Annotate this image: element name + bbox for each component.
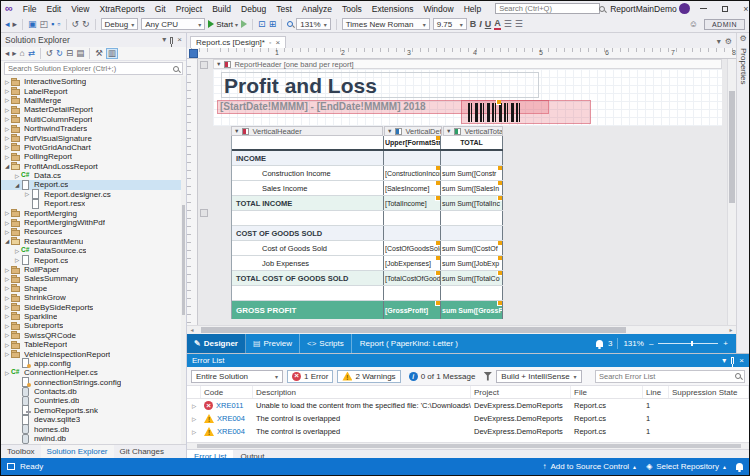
expander-icon[interactable]: ▷ [3, 229, 11, 235]
row-detail-cell[interactable]: [TotalIncome] [384, 196, 441, 210]
menu-item[interactable]: Git [151, 3, 170, 15]
table-row[interactable] [232, 211, 503, 226]
tree-item[interactable]: Report.resx [1, 199, 186, 208]
maximize-button[interactable] [718, 3, 732, 14]
column-line[interactable]: Line [643, 386, 669, 398]
align-left-icon[interactable]: ☰ [504, 20, 512, 29]
row-label-cell[interactable]: COST OF GOODS SOLD [232, 226, 384, 240]
tree-item[interactable]: ▷ TableReport [1, 340, 186, 349]
tree-item[interactable]: ▷ SwissQRCode [1, 331, 186, 340]
band-collapse-icon[interactable]: ▼ [216, 61, 221, 67]
row-detail-cell[interactable] [384, 211, 441, 225]
italic-icon[interactable]: I [479, 19, 482, 29]
zoom-slider[interactable] [658, 343, 718, 344]
row-total-cell[interactable]: TOTAL [441, 136, 503, 149]
tree-item[interactable]: connectionStrings.config [1, 378, 186, 387]
row-label-cell[interactable]: TOTAL COST OF GOODS SOLD [232, 271, 384, 285]
align-center-icon[interactable]: ☰ [515, 20, 523, 29]
smart-tag[interactable] [435, 136, 440, 141]
row-label-cell[interactable] [232, 136, 384, 149]
expander-icon[interactable]: ▷ [3, 107, 11, 113]
tree-item[interactable]: ▷ PdfVisualSignature [1, 133, 186, 142]
expander-icon[interactable]: ◢ [3, 238, 11, 244]
error-row[interactable]: ▷ XRE004 The control is overlapped DevEx… [187, 425, 749, 438]
row-total-cell[interactable]: sum Sum([TotalCo [441, 271, 503, 285]
row-detail-cell[interactable] [384, 286, 441, 300]
font-size-dropdown[interactable]: 9.75▾ [433, 18, 467, 30]
row-total-cell[interactable]: sum Sum([Constr [441, 166, 503, 180]
band-collapse-marker[interactable] [200, 61, 208, 69]
expander-icon[interactable]: ▷ [3, 154, 11, 160]
tree-item[interactable]: ▷ Report.designer.cs [1, 190, 186, 199]
menu-item[interactable]: View [67, 3, 93, 15]
tree-item[interactable]: ▷ RollPaper [1, 265, 186, 274]
user-avatar[interactable] [679, 3, 690, 14]
menu-item[interactable]: Tools [338, 3, 366, 15]
expander-icon[interactable]: ▷ [3, 285, 11, 291]
window-position-icon[interactable]: ▾ [722, 357, 726, 365]
solution-explorer-search-input[interactable] [8, 64, 173, 73]
smart-tag[interactable] [496, 100, 501, 105]
band-collapse-icon[interactable]: ▼ [234, 128, 239, 134]
tree-item[interactable]: ▷ MasterDetailReport [1, 105, 186, 114]
expander-icon[interactable]: ▷ [3, 295, 11, 301]
row-detail-cell[interactable]: [CostOfGoodsSold [384, 241, 441, 255]
build-intellisense-dropdown[interactable]: Build + IntelliSense▾ [496, 370, 581, 383]
row-detail-cell[interactable]: [SalesIncome] [384, 181, 441, 195]
expander-icon[interactable]: ▷ [3, 313, 11, 319]
close-panel-icon[interactable]: × [177, 36, 182, 44]
collapse-all-icon[interactable]: ⊟ [66, 49, 73, 58]
smart-tag[interactable] [435, 256, 440, 261]
expander-icon[interactable]: ▷ [3, 97, 11, 103]
tree-item[interactable]: app.config [1, 359, 186, 368]
band-collapse-marker[interactable] [200, 209, 208, 217]
tree-item[interactable]: ▷ Resources [1, 227, 186, 236]
quick-search-input[interactable] [499, 4, 596, 13]
menu-item[interactable]: File [19, 3, 41, 15]
designer-vertical-scrollbar[interactable] [727, 59, 736, 325]
vertical-band-strip[interactable]: ▼ VerticalHeader [231, 126, 383, 136]
smart-tag[interactable] [435, 241, 440, 246]
scope-dropdown[interactable]: Entire Solution▾ [191, 370, 283, 383]
menu-item[interactable]: Build [208, 3, 235, 15]
sync-with-active-document-icon[interactable]: ↺ [46, 49, 53, 58]
row-total-cell[interactable] [441, 211, 503, 225]
row-total-cell[interactable]: sum Sum([SalesIn [441, 181, 503, 195]
admin-button[interactable]: ADMIN [704, 19, 745, 30]
expander-icon[interactable]: ▷ [3, 220, 11, 226]
menu-item[interactable]: Test [272, 3, 296, 15]
expander-icon[interactable]: ▷ [3, 342, 11, 348]
designer-view-tab[interactable]: <> Scripts [300, 334, 352, 353]
select-repository[interactable]: ◈ Select Repository ▴ [646, 462, 726, 471]
row-expander-icon[interactable]: ▷ [190, 416, 198, 422]
menu-item[interactable]: Help [460, 3, 485, 15]
zoom-out-icon[interactable]: – [649, 339, 653, 348]
expander-icon[interactable]: ▷ [3, 79, 11, 85]
expander-icon[interactable]: ▷ [3, 126, 11, 132]
notifications-bell-icon[interactable] [596, 340, 603, 347]
designer-view-tab[interactable]: ▤ Preview [246, 334, 300, 353]
expander-icon[interactable]: ▷ [13, 248, 21, 254]
close-button[interactable]: × [739, 3, 750, 14]
table-row[interactable]: Construction Income [ConstructionIncom s… [232, 166, 503, 181]
error-list-search[interactable] [595, 370, 745, 383]
expander-icon[interactable]: ▷ [3, 323, 11, 329]
close-panel-icon[interactable]: × [739, 357, 744, 365]
show-all-files-icon[interactable]: ▤ [76, 49, 84, 58]
quick-search-box[interactable] [495, 3, 600, 14]
designer-horizontal-scrollbar[interactable]: ◂ ▸ [187, 325, 736, 334]
report-header-band-strip[interactable]: ▼ ReportHeader [one band per report] [213, 59, 722, 69]
row-total-cell[interactable]: sum Sum([GrossP [441, 301, 503, 319]
smart-tag[interactable] [435, 301, 440, 306]
expander-icon[interactable]: ▷ [3, 135, 11, 141]
error-list-search-input[interactable] [599, 372, 735, 381]
smart-tag[interactable] [497, 256, 502, 261]
refresh-icon[interactable]: ↻ [56, 49, 63, 58]
table-row[interactable]: TOTAL INCOME [TotalIncome] sum Sum([Tota… [232, 196, 503, 211]
row-label-cell[interactable]: INCOME [232, 151, 384, 165]
navigate-forward-icon[interactable]: ▸ [13, 20, 18, 29]
options-gear-icon[interactable]: ⚙ [725, 38, 732, 46]
tab-pin-icon[interactable]: ◦ [269, 39, 271, 46]
notifications-bell-icon[interactable] [736, 463, 743, 470]
report-title-label[interactable]: Profit and Loss [221, 72, 539, 98]
